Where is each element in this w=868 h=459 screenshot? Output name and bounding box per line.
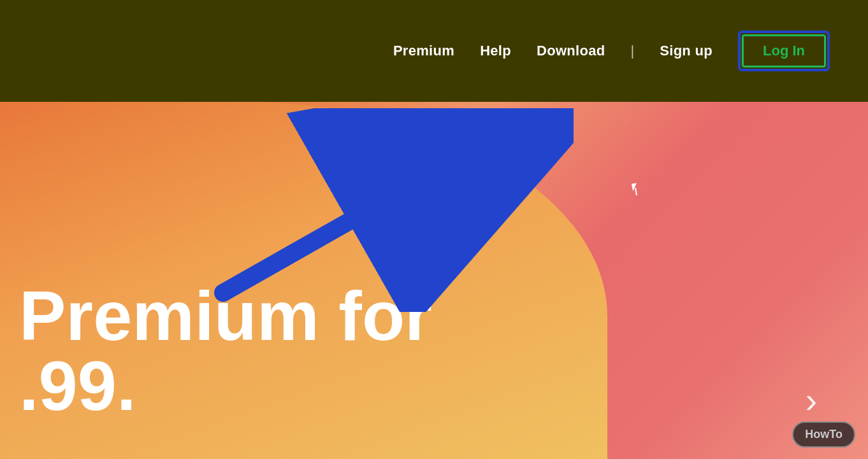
download-link[interactable]: Download [537, 43, 605, 59]
arrow-annotation [127, 108, 574, 312]
svg-line-1 [223, 134, 503, 293]
login-button[interactable]: Log In [742, 34, 826, 67]
premium-link[interactable]: Premium [393, 43, 454, 59]
hero-section: Premium for .99. › [0, 102, 868, 459]
login-btn-wrapper: Log In [738, 31, 830, 71]
mouse-cursor [632, 183, 645, 201]
hero-title-line2: .99. [19, 351, 432, 421]
signup-link[interactable]: Sign up [660, 43, 712, 59]
hero-background: Premium for .99. › [0, 102, 868, 459]
navbar: Premium Help Download | Sign up Log In [0, 0, 868, 102]
nav-links: Premium Help Download | Sign up Log In [393, 31, 830, 71]
help-link[interactable]: Help [480, 43, 511, 59]
howto-badge: HowTo [792, 421, 855, 448]
chevron-right-button[interactable]: › [806, 380, 817, 421]
nav-divider: | [631, 43, 635, 59]
